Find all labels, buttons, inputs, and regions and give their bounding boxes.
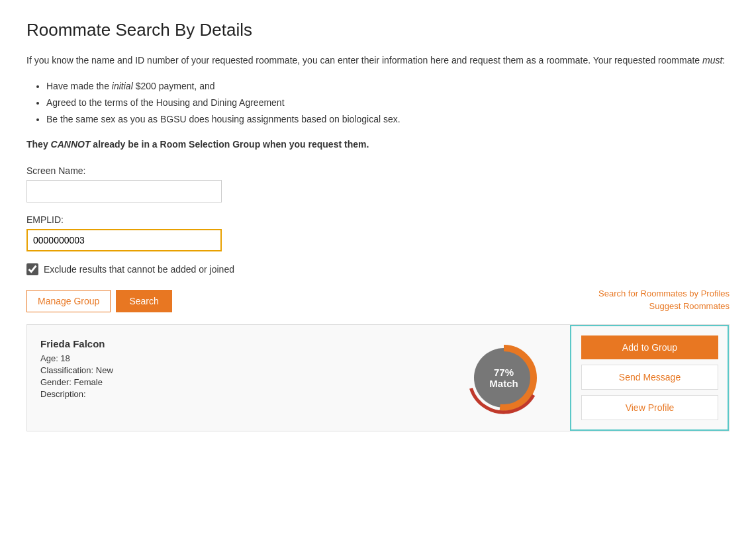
manage-group-button[interactable]: Manage Group [26, 290, 111, 312]
exclude-checkbox-label: Exclude results that cannot be added or … [44, 264, 234, 275]
requirements-list: Have made the initial $200 payment, and … [46, 78, 730, 128]
requirement-3: Be the same sex as you as BGSU does hous… [46, 111, 730, 128]
action-row: Manage Group Search Search for Roommates… [26, 289, 730, 314]
result-description: Description: [40, 389, 424, 399]
result-gender: Gender: Female [40, 377, 424, 387]
result-info: Frieda Falcon Age: 18 Classification: Ne… [27, 325, 438, 431]
quick-links: Search for Roommates by Profiles Suggest… [598, 289, 730, 314]
result-name: Frieda Falcon [40, 338, 424, 349]
screen-name-label: Screen Name: [26, 165, 730, 176]
result-card: Frieda Falcon Age: 18 Classification: Ne… [26, 324, 730, 431]
result-actions: Add to Group Send Message View Profile [570, 325, 729, 431]
intro-paragraph: If you know the name and ID number of yo… [26, 54, 730, 67]
search-by-profiles-link[interactable]: Search for Roommates by Profiles [598, 289, 730, 298]
search-button[interactable]: Search [116, 290, 171, 312]
exclude-checkbox[interactable] [26, 263, 38, 275]
screen-name-input[interactable] [26, 180, 222, 202]
add-to-group-button[interactable]: Add to Group [581, 335, 718, 359]
exclude-checkbox-row: Exclude results that cannot be added or … [26, 263, 730, 275]
emplid-label: EMPLID: [26, 214, 730, 225]
requirement-1: Have made the initial $200 payment, and [46, 78, 730, 95]
send-message-button[interactable]: Send Message [581, 365, 718, 390]
view-profile-button[interactable]: View Profile [581, 395, 718, 420]
match-chart-area: 77% Match [438, 325, 570, 431]
match-circle: 77% Match [467, 341, 540, 414]
requirement-2: Agreed to the terms of the Housing and D… [46, 95, 730, 111]
cannot-warning: They CANNOT already be in a Room Selecti… [26, 139, 730, 150]
suggest-roommates-link[interactable]: Suggest Roommates [598, 301, 730, 311]
emplid-group: EMPLID: [26, 214, 730, 251]
screen-name-group: Screen Name: [26, 165, 730, 202]
primary-buttons: Manage Group Search [26, 290, 172, 312]
result-classification: Classification: New [40, 365, 424, 375]
emplid-input[interactable] [26, 229, 222, 251]
page-title: Roommate Search By Details [26, 20, 730, 40]
result-age: Age: 18 [40, 353, 424, 363]
